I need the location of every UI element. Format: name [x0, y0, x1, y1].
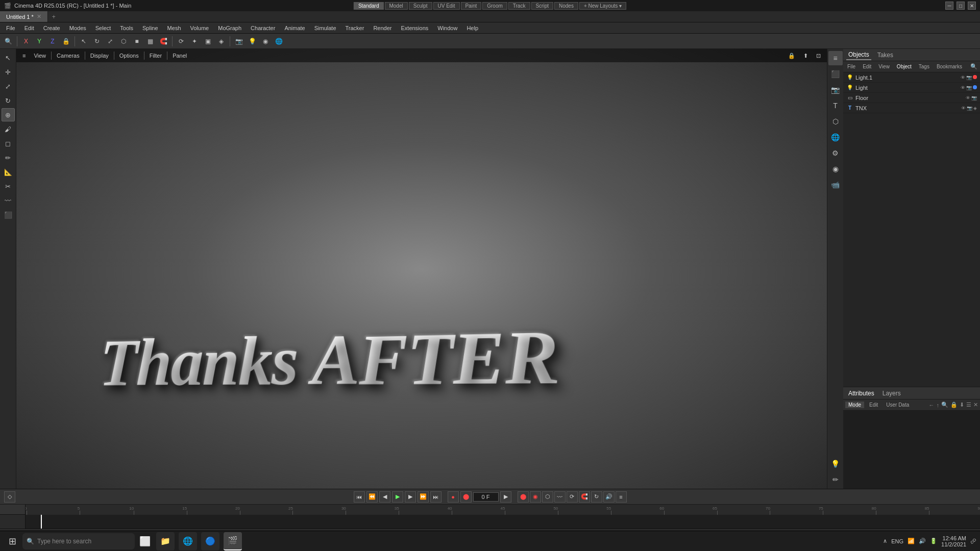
toolbar-ungroup[interactable]: ◈: [215, 35, 227, 47]
toolbar-search[interactable]: 🔍: [2, 35, 14, 47]
layout-new[interactable]: + New Layouts ▾: [579, 2, 626, 10]
timeline-track-area[interactable]: [26, 515, 980, 529]
tool-move[interactable]: ✛: [2, 65, 15, 79]
tool-fill[interactable]: ⬛: [2, 208, 15, 221]
layout-groom[interactable]: Groom: [482, 2, 507, 10]
toolbar-transform[interactable]: ⟳: [175, 35, 187, 47]
obj-render2[interactable]: 📷: [966, 85, 972, 90]
tool-active[interactable]: ⊕: [2, 108, 15, 121]
tc-prev-frame[interactable]: ◀: [379, 491, 390, 503]
tc-auto-key[interactable]: ⬤: [460, 491, 472, 503]
toolbar-rotate[interactable]: ↻: [91, 35, 103, 47]
obj-search-icon[interactable]: 🔍: [970, 63, 977, 70]
tool-cut[interactable]: ✂: [2, 180, 15, 193]
attr-mode-userdata[interactable]: User Data: [883, 402, 912, 408]
tab-untitled1[interactable]: Untitled 1 * ✕: [0, 11, 48, 22]
toolbar-sky[interactable]: 🌐: [273, 35, 285, 47]
layout-model[interactable]: Model: [384, 2, 407, 10]
viewport-panel[interactable]: Panel: [169, 52, 190, 59]
tray-lang[interactable]: ENG: [891, 538, 903, 544]
tool-pen[interactable]: ✏: [2, 151, 15, 164]
viewport-fullscreen[interactable]: ⊡: [813, 52, 824, 60]
ri-materials[interactable]: ⬡: [828, 114, 843, 129]
toolbar-light[interactable]: 💡: [246, 35, 258, 47]
attr-up-icon[interactable]: ↑: [937, 402, 940, 408]
obj-row-floor[interactable]: ▭ Floor 👁 📷: [843, 93, 980, 103]
ri-text[interactable]: T: [828, 98, 843, 113]
ri-object-manager[interactable]: ≡: [828, 51, 843, 65]
menu-file[interactable]: File: [2, 24, 19, 32]
layout-sculpt[interactable]: Sculpt: [409, 2, 432, 10]
obj-render1[interactable]: 📷: [966, 75, 972, 80]
attr-tab-attributes[interactable]: Attributes: [846, 389, 876, 398]
obj-row-light1[interactable]: 💡 Light.1 👁 📷: [843, 72, 980, 83]
menu-tools[interactable]: Tools: [116, 24, 137, 32]
menu-modes[interactable]: Modes: [65, 24, 90, 32]
menu-volume[interactable]: Volume: [186, 24, 213, 32]
obj-row-light[interactable]: 💡 Light 👁 📷: [843, 83, 980, 93]
toolbar-snap[interactable]: 🧲: [157, 35, 169, 47]
toolbar-material[interactable]: ◉: [259, 35, 272, 47]
menu-help[interactable]: Help: [462, 24, 482, 32]
ri-settings[interactable]: ⚙: [828, 146, 843, 160]
tray-notification[interactable]: 🗪: [970, 538, 976, 544]
tool-scale[interactable]: ⤢: [2, 80, 15, 93]
viewport-cameras[interactable]: Cameras: [54, 52, 83, 59]
menu-mograph[interactable]: MoGraph: [214, 24, 246, 32]
obj-render3[interactable]: 📷: [971, 95, 977, 101]
current-frame-display[interactable]: 0 F: [473, 492, 499, 502]
taskbar-explorer[interactable]: 📁: [156, 532, 175, 550]
ri-render[interactable]: ◉: [828, 162, 843, 176]
tool-measure[interactable]: 📐: [2, 165, 15, 179]
toolbar-lock[interactable]: 🔒: [60, 35, 72, 47]
toolbar-move[interactable]: ↖: [78, 35, 90, 47]
ri-lights[interactable]: 💡: [828, 457, 843, 471]
toolbar-render[interactable]: ■: [131, 35, 143, 47]
toolbar-grid[interactable]: ▦: [144, 35, 156, 47]
taskbar-edge[interactable]: 🌐: [179, 532, 197, 550]
layout-uvedit[interactable]: UV Edit: [433, 2, 460, 10]
layout-nodes[interactable]: Nodes: [554, 2, 578, 10]
close-button[interactable]: ✕: [968, 2, 976, 10]
tc-keys[interactable]: ⬡: [542, 491, 553, 503]
layout-standard[interactable]: Standard: [354, 2, 384, 10]
toolbar-camera[interactable]: 📷: [233, 35, 245, 47]
tc-prev-key[interactable]: ⏪: [366, 491, 378, 503]
menu-window[interactable]: Window: [433, 24, 461, 32]
toolbar-y[interactable]: Y: [33, 35, 45, 47]
attr-lock-icon[interactable]: 🔒: [950, 402, 958, 408]
tray-volume[interactable]: 🔊: [919, 538, 926, 544]
obj-vis3[interactable]: 👁: [966, 95, 970, 101]
attr-mode-edit[interactable]: Edit: [866, 402, 881, 408]
toolbar-group[interactable]: ▣: [202, 35, 214, 47]
obj-render4[interactable]: 📷: [967, 106, 972, 111]
obj-sub-file[interactable]: File: [845, 63, 857, 70]
taskbar-task-view[interactable]: ⬜: [137, 533, 153, 549]
ri-cube[interactable]: ⬛: [828, 67, 843, 81]
viewport-view[interactable]: ≡: [19, 52, 29, 59]
menu-spline[interactable]: Spline: [138, 24, 162, 32]
tool-erase[interactable]: ◻: [2, 137, 15, 150]
layout-track[interactable]: Track: [508, 2, 530, 10]
obj-vis2[interactable]: 👁: [961, 85, 965, 90]
tc-frame-right[interactable]: ▶: [500, 491, 511, 503]
obj-sub-edit[interactable]: Edit: [861, 63, 873, 70]
taskbar-cinema4d[interactable]: 🎬: [224, 532, 242, 550]
search-placeholder[interactable]: Type here to search: [37, 538, 91, 545]
menu-extensions[interactable]: Extensions: [397, 24, 432, 32]
toolbar-render-region[interactable]: ⬡: [117, 35, 130, 47]
tc-play[interactable]: ▶: [392, 491, 403, 503]
viewport-expand[interactable]: ⬆: [800, 52, 811, 60]
minimize-button[interactable]: ─: [945, 2, 953, 10]
tc-goto-end[interactable]: ⏭: [430, 491, 442, 503]
menu-mesh[interactable]: Mesh: [163, 24, 185, 32]
tc-record2[interactable]: ⬤: [518, 491, 529, 503]
tc-sound[interactable]: 🔊: [603, 491, 615, 503]
obj-vis4[interactable]: 👁: [961, 106, 966, 111]
attr-menu-icon[interactable]: ☰: [966, 402, 971, 408]
attr-search-icon[interactable]: 🔍: [941, 402, 948, 408]
menu-animate[interactable]: Animate: [280, 24, 309, 32]
obj-sub-view[interactable]: View: [876, 63, 892, 70]
tool-smooth[interactable]: 〰: [2, 194, 15, 207]
obj-vis1[interactable]: 👁: [961, 75, 965, 80]
